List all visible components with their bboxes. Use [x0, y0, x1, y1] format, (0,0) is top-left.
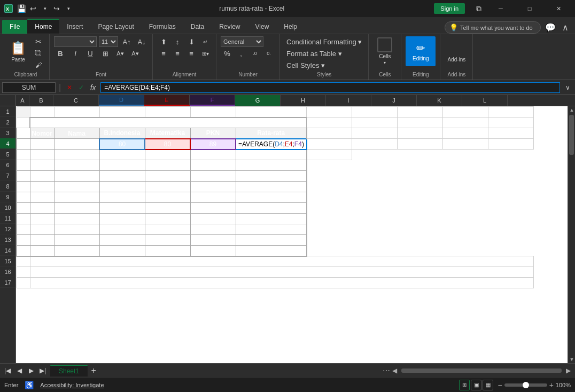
cell-a14[interactable] — [17, 246, 30, 256]
row-num-17[interactable]: 17 — [0, 277, 15, 288]
row-num-13[interactable]: 13 — [0, 234, 15, 245]
wrap-text-button[interactable]: ↵ — [199, 36, 212, 47]
tab-review[interactable]: Review — [212, 20, 247, 34]
cell-bind-7[interactable]: 90 — [99, 171, 145, 182]
cell-f14[interactable] — [190, 246, 236, 256]
formula-input[interactable] — [100, 82, 560, 93]
cell-rata-9[interactable] — [236, 192, 307, 203]
cell-nama-4[interactable]: Andi — [54, 139, 99, 150]
cell-rata-4[interactable]: =AVERAGE(D4;E4;F4) — [236, 139, 307, 150]
copy-button[interactable]: ⿻ — [32, 48, 45, 59]
cell-mat-12[interactable]: 87 — [145, 224, 190, 235]
tab-file[interactable]: File — [2, 20, 27, 34]
col-header-k[interactable]: K — [417, 95, 462, 106]
tell-me-box[interactable]: 💡 Tell me what you want to do — [445, 21, 541, 34]
cell-pkn-9[interactable]: 81 — [190, 192, 236, 203]
normal-view-button[interactable]: ⊞ — [459, 380, 470, 390]
col-header-a[interactable]: A — [16, 95, 29, 106]
cell-a5[interactable] — [17, 150, 30, 160]
cell-nama-header[interactable]: Nama — [54, 128, 99, 139]
font-color-button[interactable]: A▾ — [129, 48, 142, 59]
cell-j1[interactable] — [398, 107, 443, 117]
cell-nama-13[interactable]: Intan — [54, 235, 99, 246]
col-header-j[interactable]: J — [371, 95, 417, 106]
cell-nomor-12[interactable]: 9 — [30, 224, 54, 235]
save-icon[interactable]: 💾 — [16, 3, 27, 14]
tab-help[interactable]: Help — [276, 20, 305, 34]
cell-a12[interactable] — [17, 224, 30, 235]
row-num-9[interactable]: 9 — [0, 192, 15, 202]
row-num-3[interactable]: 3 — [0, 128, 15, 138]
font-family-select[interactable] — [54, 36, 97, 47]
cell-k4[interactable] — [443, 139, 488, 150]
cell-k3[interactable] — [443, 128, 488, 139]
restore-icon[interactable]: ⧉ — [473, 3, 484, 14]
undo-icon[interactable]: ↩ — [28, 3, 38, 14]
cell-nomor-11[interactable]: 8 — [30, 214, 54, 224]
sheet-options-icon[interactable]: ⋯ — [383, 366, 390, 375]
next-sheet-button[interactable]: ▶ — [26, 365, 36, 376]
cell-nomor-7[interactable]: 4 — [30, 171, 54, 182]
minimize-button[interactable]: ─ — [488, 0, 513, 17]
decrease-font-button[interactable]: A↓ — [135, 36, 148, 47]
cell-a16[interactable] — [17, 267, 30, 278]
cell-g14[interactable] — [236, 246, 307, 256]
cell-bind-12[interactable]: 84 — [99, 224, 145, 235]
customize-icon[interactable]: ▾ — [63, 3, 74, 14]
row-num-11[interactable]: 11 — [0, 213, 15, 224]
vertical-scrollbar[interactable]: ▲ ▼ — [568, 106, 575, 363]
italic-button[interactable]: I — [69, 48, 82, 59]
cell-rata-5[interactable] — [236, 150, 307, 160]
cell-nama-11[interactable]: Gea — [54, 214, 99, 224]
cell-bind-9[interactable]: 88 — [99, 192, 145, 203]
accessibility-label[interactable]: Accessibility: Investigate — [40, 382, 104, 388]
tab-view[interactable]: View — [248, 20, 277, 34]
cell-c14[interactable] — [54, 246, 99, 256]
cell-mat-8[interactable]: 80 — [145, 182, 190, 192]
increase-decimal-button[interactable]: .0 — [248, 48, 261, 59]
cell-pkn-11[interactable]: 90 — [190, 214, 236, 224]
page-layout-view-button[interactable]: ▣ — [471, 380, 481, 390]
last-sheet-button[interactable]: ▶| — [37, 365, 48, 376]
col-header-h[interactable]: H — [281, 95, 326, 106]
cell-styles-button[interactable]: Cell Styles ▾ — [284, 60, 327, 70]
conditional-formatting-button[interactable]: Conditional Formatting ▾ — [284, 36, 364, 47]
cell-pkn-4[interactable]: 89 — [190, 139, 236, 150]
cells-button[interactable]: Cells ▾ — [373, 36, 397, 66]
bold-button[interactable]: B — [54, 48, 67, 59]
cell-l2[interactable] — [488, 117, 534, 128]
cell-i1[interactable] — [352, 107, 398, 117]
cell-h4[interactable] — [307, 139, 352, 150]
comma-button[interactable]: , — [235, 48, 247, 59]
row-num-8[interactable]: 8 — [0, 181, 15, 192]
cell-g1[interactable] — [236, 107, 307, 117]
editing-button[interactable]: ✏ Editing — [406, 36, 436, 66]
cell-rata-12[interactable] — [236, 224, 307, 235]
formula-expand-icon[interactable]: ∨ — [562, 82, 573, 93]
row-num-4[interactable]: 4 — [0, 138, 15, 149]
align-bottom-button[interactable]: ⬇ — [185, 36, 198, 47]
cell-h1[interactable] — [307, 107, 352, 117]
cell-mat-4[interactable]: 80 — [145, 139, 190, 150]
cell-nama-8[interactable]: Dodi — [54, 182, 99, 192]
sheet1-tab[interactable]: Sheet1 — [50, 365, 88, 377]
cell-e1[interactable] — [145, 107, 190, 117]
cell-nomor-header[interactable]: Nomor — [30, 128, 54, 139]
col-header-f[interactable]: F — [190, 95, 235, 106]
cell-i4[interactable] — [352, 139, 398, 150]
maximize-button[interactable]: □ — [517, 0, 542, 17]
row-num-15[interactable]: 15 — [0, 256, 15, 266]
paste-button[interactable]: 📋 Paste — [6, 36, 30, 66]
cell-a2[interactable] — [17, 117, 30, 128]
col-header-g[interactable]: G — [235, 95, 281, 106]
cell-nama-12[interactable]: Hilman — [54, 224, 99, 235]
cell-rata-8[interactable] — [236, 182, 307, 192]
undo-dropdown-icon[interactable]: ▾ — [40, 3, 50, 14]
cell-bind-header[interactable]: B.Indonesia — [99, 128, 145, 139]
cell-b14[interactable] — [30, 246, 54, 256]
cell-a8[interactable] — [17, 182, 30, 192]
cell-nama-9[interactable]: Erlangga — [54, 192, 99, 203]
cell-bind-11[interactable]: 90 — [99, 214, 145, 224]
cell-d1[interactable] — [99, 107, 145, 117]
cell-nomor-13[interactable]: 10 — [30, 235, 54, 246]
